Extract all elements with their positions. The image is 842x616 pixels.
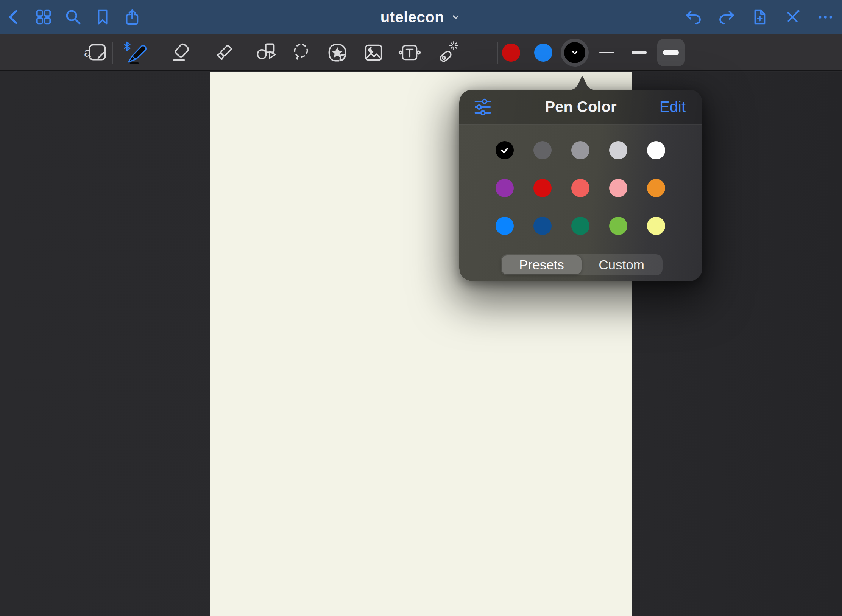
toolbar-separator: [112, 42, 113, 64]
color-swatch-black[interactable]: [496, 141, 514, 159]
color-swatch-yellow[interactable]: [647, 217, 665, 235]
popover-header: Pen Color Edit: [459, 90, 702, 125]
toolbar-color-red[interactable]: [502, 44, 520, 62]
color-swatch-pink[interactable]: [609, 179, 627, 197]
search-button[interactable]: [64, 8, 82, 26]
color-swatch-white[interactable]: [647, 141, 665, 159]
popover-arrow: [569, 74, 596, 90]
tool-shapes[interactable]: [252, 39, 281, 66]
lasso-icon: [288, 40, 313, 65]
tool-sticker[interactable]: [323, 39, 352, 66]
toolbar-separator: [497, 42, 498, 64]
color-swatch-light-gray[interactable]: [609, 141, 627, 159]
undo-button[interactable]: [685, 8, 702, 26]
add-page-icon: [751, 8, 768, 26]
nav-right-group: [685, 8, 834, 26]
sliders-icon[interactable]: [473, 97, 493, 117]
tools-toolbar: a: [0, 34, 842, 71]
tool-eraser[interactable]: [166, 39, 195, 66]
share-icon: [123, 8, 141, 26]
tool-image[interactable]: [359, 39, 388, 66]
end-editing-button[interactable]: [784, 8, 801, 26]
tool-pen[interactable]: [122, 39, 151, 66]
stroke-thick-button[interactable]: [657, 39, 685, 66]
pen-cross-icon: [784, 8, 801, 26]
color-swatch-dark-gray[interactable]: [533, 141, 552, 159]
tab-presets[interactable]: Presets: [502, 255, 582, 274]
chevron-down-icon: [569, 47, 580, 58]
color-swatch-green[interactable]: [571, 217, 589, 235]
color-swatch-coral[interactable]: [571, 179, 589, 197]
chevron-down-icon: [450, 11, 462, 23]
laser-pointer-icon: [434, 40, 459, 65]
toolbar-color-blue[interactable]: [534, 44, 552, 62]
color-swatch-light-green[interactable]: [609, 217, 627, 235]
pen-icon: [124, 40, 149, 65]
sparkle-icon: [450, 42, 458, 50]
navigation-bar: utelecon: [0, 0, 842, 34]
bluetooth-icon: [125, 42, 130, 51]
color-swatch-orange[interactable]: [647, 179, 665, 197]
text-icon: [397, 40, 422, 65]
undo-icon: [685, 8, 702, 26]
redo-button[interactable]: [718, 8, 735, 26]
search-icon: [64, 8, 82, 26]
pen-color-popover: Pen Color Edit PresetsCustom: [459, 90, 702, 281]
bookmark-button[interactable]: [94, 8, 111, 26]
tool-highlighter[interactable]: [209, 39, 238, 66]
page-thumbnails-button[interactable]: [35, 8, 52, 26]
presets-custom-segmented: PresetsCustom: [501, 254, 663, 275]
page-title: utelecon: [380, 9, 444, 26]
checkmark-icon: [499, 144, 511, 156]
bookmark-icon: [94, 8, 111, 26]
tool-lasso[interactable]: [287, 39, 315, 66]
nav-left-group: [5, 8, 141, 26]
back-icon: [5, 8, 23, 26]
color-swatch-red[interactable]: [533, 179, 552, 197]
back-button[interactable]: [5, 8, 23, 26]
eraser-icon: [168, 40, 193, 65]
tool-zoom-window[interactable]: a: [81, 39, 110, 66]
color-swatch-purple[interactable]: [496, 179, 514, 197]
tab-custom[interactable]: Custom: [582, 255, 661, 274]
edit-colors-link[interactable]: Edit: [660, 98, 686, 115]
more-button[interactable]: [817, 8, 834, 26]
color-swatch-gray[interactable]: [571, 141, 589, 159]
color-swatch-blue[interactable]: [496, 217, 514, 235]
tool-laser-pointer[interactable]: [432, 39, 461, 66]
redo-icon: [718, 8, 735, 26]
sticker-icon: [325, 40, 350, 65]
canvas-area[interactable]: [0, 72, 842, 616]
stroke-medium-button[interactable]: [625, 39, 653, 66]
stroke-thin-button[interactable]: [593, 39, 621, 66]
highlighter-icon: [211, 40, 236, 65]
pen-color-grid: [496, 141, 665, 235]
tool-text[interactable]: [395, 39, 424, 66]
share-button[interactable]: [123, 8, 141, 26]
color-swatch-navy[interactable]: [533, 217, 552, 235]
toolbar-color-black[interactable]: [561, 39, 589, 67]
more-icon: [817, 8, 834, 26]
svg-text:a: a: [84, 45, 91, 59]
notebook-title-menu[interactable]: utelecon: [380, 0, 462, 34]
image-icon: [361, 40, 386, 65]
zoom-window-icon: a: [83, 40, 108, 65]
page-thumbnails-icon: [35, 8, 52, 26]
shapes-icon: [254, 40, 279, 65]
add-page-button[interactable]: [751, 8, 768, 26]
